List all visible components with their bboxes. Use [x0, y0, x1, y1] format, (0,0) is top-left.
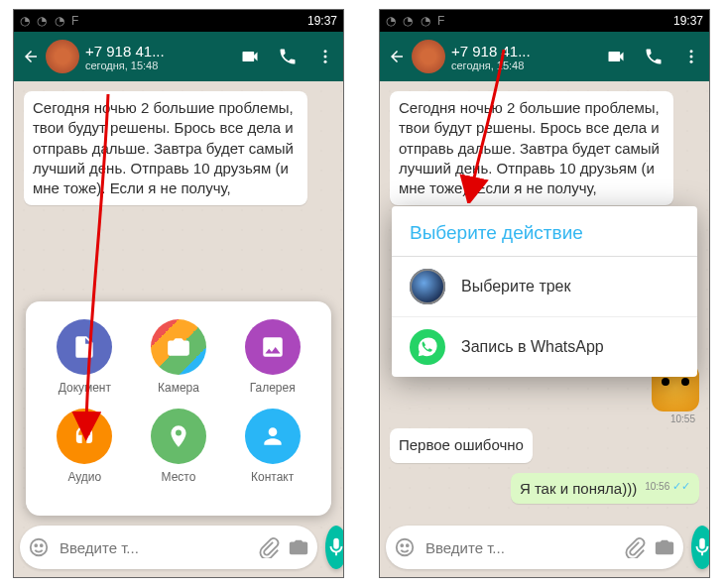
attach-audio-label: Аудио: [67, 470, 101, 484]
action-dialog: Выберите действие Выберите трек Запись в…: [392, 206, 697, 377]
svg-point-5: [41, 544, 43, 546]
voice-call-icon[interactable]: [278, 47, 298, 66]
incoming-message-2[interactable]: Первое ошибочно: [390, 428, 533, 462]
mic-button[interactable]: [691, 526, 710, 569]
contact-block[interactable]: +7 918 41... сегодня, 15:48: [85, 43, 234, 71]
dialog-item-label: Запись в WhatsApp: [461, 338, 604, 356]
attach-audio[interactable]: Аудио: [38, 409, 132, 498]
attach-camera-label: Камера: [158, 381, 199, 395]
contact-block[interactable]: +7 918 41... сегодня, 15:48: [451, 43, 600, 71]
message-input[interactable]: [424, 538, 616, 557]
contact-name: +7 918 41...: [451, 43, 600, 59]
status-bar: ◔ ◔ ◔ F 19:37: [380, 10, 709, 32]
phone-right: ◔ ◔ ◔ F 19:37 +7 918 41... сегодня, 15:4…: [379, 9, 710, 578]
inline-camera-icon[interactable]: [654, 536, 675, 558]
dialog-item-record-whatsapp[interactable]: Запись в WhatsApp: [392, 317, 697, 377]
status-icons: ◔ ◔ ◔ F: [20, 14, 80, 28]
status-icons: ◔ ◔ ◔ F: [386, 14, 446, 28]
attach-document-label: Документ: [59, 381, 111, 395]
message-input[interactable]: [58, 538, 250, 557]
message-input-box: [386, 526, 683, 569]
dialog-title: Выберите действие: [392, 206, 697, 257]
gallery-icon: [245, 319, 301, 375]
status-time: 19:37: [307, 14, 337, 28]
attach-contact-label: Контакт: [251, 470, 294, 484]
chat-header: +7 918 41... сегодня, 15:48: [14, 32, 343, 81]
sticker-time: 10:55: [670, 413, 695, 424]
svg-point-7: [690, 56, 693, 59]
voice-call-icon[interactable]: [644, 47, 664, 66]
svg-point-0: [324, 50, 327, 53]
svg-point-2: [324, 60, 327, 63]
camera-icon: [151, 319, 206, 375]
attach-location-label: Место: [162, 470, 196, 484]
input-row: [20, 526, 337, 569]
mic-button[interactable]: [325, 526, 344, 569]
video-call-icon[interactable]: [240, 47, 260, 66]
message-text: Сегодня ночью 2 большие проблемы, твои б…: [399, 99, 660, 196]
svg-point-11: [407, 544, 409, 546]
dialog-item-label: Выберите трек: [461, 278, 571, 295]
emoji-icon[interactable]: [394, 536, 416, 558]
avatar[interactable]: [412, 40, 445, 73]
inline-camera-icon[interactable]: [288, 536, 309, 558]
back-icon[interactable]: [22, 48, 40, 65]
message-text: Сегодня ночью 2 большие проблемы, твои б…: [33, 99, 294, 196]
svg-point-10: [401, 544, 403, 546]
attachment-panel: Документ Камера Галерея Аудио: [26, 301, 331, 516]
more-icon[interactable]: [315, 47, 335, 66]
back-icon[interactable]: [388, 48, 406, 65]
video-call-icon[interactable]: [606, 47, 626, 66]
attach-location[interactable]: Место: [132, 409, 226, 498]
phone-left: ◔ ◔ ◔ F 19:37 +7 918 41... сегодня, 15:4…: [13, 9, 344, 578]
out-time: 10:56: [645, 481, 669, 492]
avatar[interactable]: [46, 40, 79, 73]
emoji-icon[interactable]: [28, 536, 50, 558]
audio-source-icon: [410, 269, 445, 304]
message-text: Первое ошибочно: [399, 436, 524, 453]
svg-point-9: [397, 539, 414, 556]
chat-header: +7 918 41... сегодня, 15:48: [380, 32, 709, 81]
message-input-box: [20, 526, 317, 569]
svg-point-8: [690, 60, 693, 63]
attach-gallery[interactable]: Галерея: [225, 319, 319, 409]
document-icon: [57, 319, 112, 375]
incoming-message[interactable]: Сегодня ночью 2 большие проблемы, твои б…: [24, 91, 307, 205]
audio-icon: [57, 409, 112, 464]
chat-area: Сегодня ночью 2 большие проблемы, твои б…: [14, 81, 343, 577]
attach-document[interactable]: Документ: [38, 319, 132, 409]
status-bar: ◔ ◔ ◔ F 19:37: [14, 10, 343, 32]
whatsapp-icon: [410, 329, 445, 365]
svg-point-1: [324, 56, 327, 59]
attach-icon[interactable]: [624, 536, 646, 558]
dialog-item-select-track[interactable]: Выберите трек: [392, 257, 697, 316]
attach-icon[interactable]: [258, 536, 280, 558]
svg-point-6: [690, 50, 693, 53]
svg-point-4: [35, 544, 37, 546]
message-text: Я так и поняла))): [520, 480, 637, 497]
outgoing-message[interactable]: Я так и поняла))) 10:56 ✓✓: [511, 473, 699, 505]
contact-subtitle: сегодня, 15:48: [451, 59, 600, 71]
attach-camera[interactable]: Камера: [132, 319, 226, 409]
svg-point-3: [31, 539, 48, 556]
location-icon: [151, 409, 206, 464]
attach-gallery-label: Галерея: [250, 381, 296, 395]
contact-icon: [245, 409, 301, 464]
attach-contact[interactable]: Контакт: [225, 409, 319, 498]
input-row: [386, 526, 703, 569]
status-time: 19:37: [673, 14, 703, 28]
incoming-message[interactable]: Сегодня ночью 2 большие проблемы, твои б…: [390, 91, 673, 205]
contact-name: +7 918 41...: [85, 43, 234, 59]
read-ticks-icon: ✓✓: [672, 480, 690, 492]
contact-subtitle: сегодня, 15:48: [85, 59, 234, 71]
more-icon[interactable]: [681, 47, 701, 66]
